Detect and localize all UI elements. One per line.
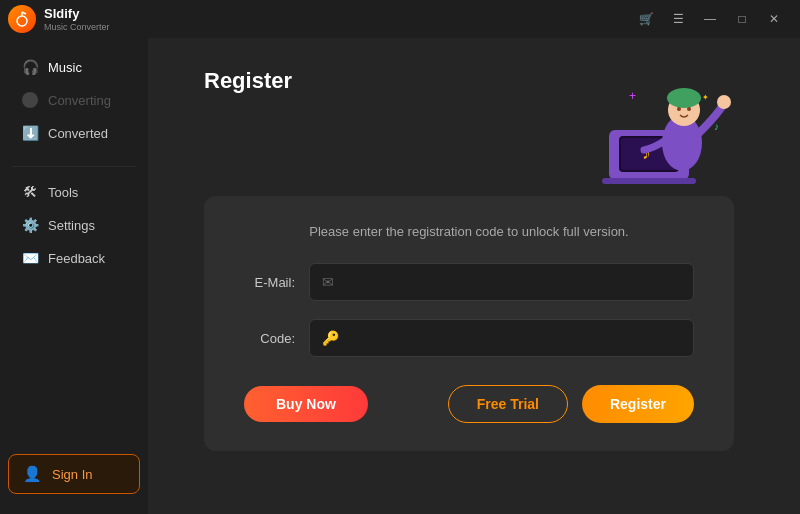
content-area: Register ♪ xyxy=(148,38,800,514)
main-layout: 🎧 Music Converting ⬇️ Converted 🛠 Tools … xyxy=(0,38,800,514)
sidebar-item-converted[interactable]: ⬇️ Converted xyxy=(6,117,142,149)
register-header: Register ♪ xyxy=(204,58,734,178)
svg-point-14 xyxy=(717,95,731,109)
converting-icon xyxy=(22,92,38,108)
sidebar-item-converting: Converting xyxy=(6,84,142,116)
code-input[interactable] xyxy=(347,331,681,346)
sidebar-item-music[interactable]: 🎧 Music xyxy=(6,51,142,83)
card-actions: Buy Now Free Trial Register xyxy=(244,385,694,423)
register-card: Please enter the registration code to un… xyxy=(204,196,734,451)
card-subtitle: Please enter the registration code to un… xyxy=(244,224,694,239)
illustration: ♪ xyxy=(574,58,734,178)
sidebar-feedback-label: Feedback xyxy=(48,251,105,266)
titlebar-left: SIdify Music Converter xyxy=(8,5,110,33)
sidebar-item-settings[interactable]: ⚙️ Settings xyxy=(6,209,142,241)
sidebar-divider-1 xyxy=(12,166,136,167)
sign-in-icon: 👤 xyxy=(23,465,42,483)
buy-now-button[interactable]: Buy Now xyxy=(244,386,368,422)
sidebar-spacer xyxy=(0,283,148,446)
converted-icon: ⬇️ xyxy=(22,125,38,141)
sidebar-music-label: Music xyxy=(48,60,82,75)
register-container: Register ♪ xyxy=(204,58,734,451)
sidebar: 🎧 Music Converting ⬇️ Converted 🛠 Tools … xyxy=(0,38,148,514)
sidebar-converted-label: Converted xyxy=(48,126,108,141)
svg-text:✦: ✦ xyxy=(702,93,709,102)
music-icon: 🎧 xyxy=(22,59,38,75)
sidebar-settings-label: Settings xyxy=(48,218,95,233)
svg-point-0 xyxy=(17,16,27,26)
code-label: Code: xyxy=(244,331,309,346)
menu-button[interactable]: ☰ xyxy=(664,8,692,30)
titlebar: SIdify Music Converter 🛒 ☰ — □ ✕ xyxy=(0,0,800,38)
email-input[interactable] xyxy=(342,275,681,290)
sign-in-label: Sign In xyxy=(52,467,92,482)
titlebar-controls: 🛒 ☰ — □ ✕ xyxy=(632,8,788,30)
svg-point-13 xyxy=(687,107,691,111)
maximize-button[interactable]: □ xyxy=(728,8,756,30)
sidebar-tools-section: 🛠 Tools ⚙️ Settings ✉️ Feedback xyxy=(0,175,148,275)
code-row: Code: 🔑 xyxy=(244,319,694,357)
svg-text:+: + xyxy=(629,89,636,103)
cart-button[interactable]: 🛒 xyxy=(632,8,660,30)
sidebar-item-tools[interactable]: 🛠 Tools xyxy=(6,176,142,208)
register-button[interactable]: Register xyxy=(582,385,694,423)
code-input-wrapper[interactable]: 🔑 xyxy=(309,319,694,357)
sidebar-item-feedback[interactable]: ✉️ Feedback xyxy=(6,242,142,274)
minimize-button[interactable]: — xyxy=(696,8,724,30)
app-name-block: SIdify Music Converter xyxy=(44,6,110,32)
svg-point-12 xyxy=(677,107,681,111)
app-name: SIdify xyxy=(44,6,110,22)
close-button[interactable]: ✕ xyxy=(760,8,788,30)
register-title: Register xyxy=(204,58,292,94)
sidebar-converting-label: Converting xyxy=(48,93,111,108)
sign-in-button[interactable]: 👤 Sign In xyxy=(8,454,140,494)
settings-icon: ⚙️ xyxy=(22,217,38,233)
key-icon: 🔑 xyxy=(322,330,339,346)
svg-rect-7 xyxy=(602,178,696,184)
feedback-icon: ✉️ xyxy=(22,250,38,266)
free-trial-button[interactable]: Free Trial xyxy=(448,385,568,423)
email-icon: ✉ xyxy=(322,274,334,290)
email-row: E-Mail: ✉ xyxy=(244,263,694,301)
sidebar-tools-label: Tools xyxy=(48,185,78,200)
btn-group-right: Free Trial Register xyxy=(448,385,694,423)
svg-text:♪: ♪ xyxy=(714,121,719,132)
app-subtitle: Music Converter xyxy=(44,22,110,32)
sidebar-nav-section: 🎧 Music Converting ⬇️ Converted xyxy=(0,50,148,150)
email-label: E-Mail: xyxy=(244,275,309,290)
email-input-wrapper[interactable]: ✉ xyxy=(309,263,694,301)
svg-rect-11 xyxy=(670,94,698,100)
tools-icon: 🛠 xyxy=(22,184,38,200)
app-logo xyxy=(8,5,36,33)
